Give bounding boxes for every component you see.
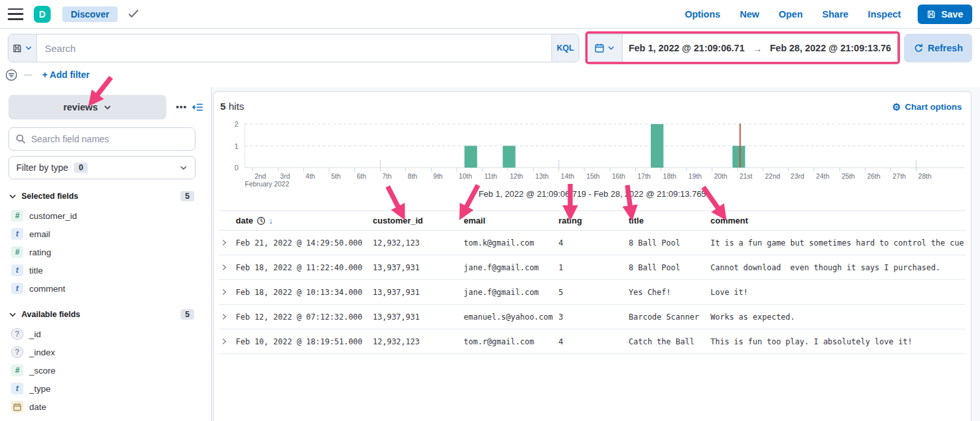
refresh-button[interactable]: Refresh [904, 34, 972, 62]
search-icon [16, 134, 26, 144]
table-cell: Feb 21, 2022 @ 14:29:50.000 [234, 231, 371, 255]
breadcrumb[interactable]: Discover [62, 6, 118, 22]
field-item-email[interactable]: temail [8, 225, 203, 243]
histogram-bar[interactable] [733, 146, 746, 168]
string-field-icon: t [11, 283, 23, 294]
table-row: Feb 18, 2022 @ 11:22:40.00013,937,931jan… [219, 255, 966, 280]
date-picker-calendar-button[interactable] [586, 34, 623, 62]
date-column-header[interactable]: date↓ [234, 211, 371, 231]
svg-text:27th: 27th [893, 172, 907, 180]
rating-column-header[interactable]: rating [557, 211, 627, 231]
field-name: customer_id [29, 211, 77, 221]
chart-options-button[interactable]: ⚙ Chart options [892, 102, 962, 112]
table-cell: 4 [557, 231, 627, 255]
histogram-bar[interactable] [651, 124, 664, 168]
saved-queries-button[interactable] [8, 34, 37, 62]
table-cell: jane.f@gmail.com [462, 255, 557, 280]
field-item-_id[interactable]: ?_id [8, 325, 203, 343]
kql-button[interactable]: KQL [551, 34, 579, 62]
field-name: _score [29, 366, 56, 376]
svg-text:9th: 9th [433, 172, 443, 180]
table-cell: Feb 12, 2022 @ 07:12:32.000 [234, 305, 371, 329]
number-field-icon: # [11, 210, 23, 222]
chevron-down-icon [103, 103, 112, 112]
svg-text:3rd: 3rd [280, 172, 290, 180]
expand-row-icon[interactable] [220, 263, 229, 272]
unknown-field-icon: ? [11, 328, 23, 340]
available-fields-header[interactable]: Available fields5 [8, 309, 203, 320]
email-column-header[interactable]: email [462, 211, 557, 231]
histogram-chart[interactable]: 0122nd3rd4th5th6th7th8th9th10th11th12th1… [216, 116, 970, 188]
field-name: comment [29, 284, 66, 294]
histogram-bar[interactable] [503, 146, 516, 168]
filter-by-type-label: Filter by type [16, 162, 68, 173]
saved-check-icon [128, 9, 139, 19]
expand-row-icon[interactable] [220, 337, 229, 346]
field-item-date[interactable]: date [8, 398, 203, 416]
nav-link-options[interactable]: Options [685, 9, 720, 19]
app-logo[interactable]: D [34, 6, 51, 23]
field-item-rating[interactable]: #rating [8, 243, 203, 261]
table-row: Feb 21, 2022 @ 14:29:50.00012,932,123tom… [219, 231, 966, 255]
expand-row-icon[interactable] [220, 288, 229, 296]
table-cell: emanuel.s@yahoo.com [462, 305, 557, 329]
customer_id-column-header[interactable]: customer_id [371, 211, 462, 231]
svg-text:4th: 4th [306, 172, 316, 180]
field-settings-icon[interactable] [176, 105, 186, 109]
nav-link-open[interactable]: Open [779, 9, 803, 19]
svg-text:17th: 17th [638, 172, 651, 180]
field-item-customer_id[interactable]: #customer_id [8, 207, 203, 225]
svg-text:2nd: 2nd [255, 172, 266, 180]
filter-menu-icon[interactable] [5, 69, 18, 81]
add-filter-button[interactable]: + Add filter [42, 70, 90, 80]
nav-link-share[interactable]: Share [822, 9, 848, 19]
table-cell: Barcode Scanner [627, 305, 709, 329]
collapse-sidebar-icon[interactable] [192, 102, 203, 112]
table-cell: tom.k@gmail.com [462, 231, 557, 255]
section-label: Available fields [21, 310, 81, 319]
save-button[interactable]: Save [918, 5, 972, 24]
table-cell: 13,937,931 [371, 305, 462, 329]
query-bar: KQL Feb 1, 2022 @ 21:09:06.71 → Feb 28, … [8, 34, 972, 62]
menu-icon[interactable] [8, 8, 23, 20]
svg-text:15th: 15th [586, 172, 600, 180]
svg-text:12th: 12th [510, 172, 523, 180]
svg-text:24th: 24th [816, 172, 830, 180]
filter-by-type-button[interactable]: Filter by type 0 [8, 156, 195, 179]
svg-text:22nd: 22nd [765, 172, 781, 180]
table-cell: 4 [557, 329, 627, 354]
histogram-bar[interactable] [464, 146, 477, 168]
svg-text:6th: 6th [357, 172, 366, 180]
field-count-badge: 5 [181, 191, 194, 201]
table-cell: It is a fun game but sometimes hard to c… [709, 231, 966, 255]
field-item-_score[interactable]: #_score [8, 361, 203, 379]
nav-link-new[interactable]: New [740, 9, 759, 19]
table-cell: 12,932,123 [371, 231, 462, 255]
field-item-comment[interactable]: tcomment [8, 279, 203, 298]
available-fields-list: ?_id?_index#_scoret_typedate [8, 320, 203, 416]
clock-icon [257, 216, 266, 225]
field-search-input[interactable] [8, 127, 195, 151]
field-item-_type[interactable]: t_type [8, 379, 203, 398]
comment-column-header[interactable]: comment [709, 211, 966, 231]
chart-options-label: Chart options [905, 102, 962, 112]
filter-divider [24, 75, 32, 75]
field-item-title[interactable]: ttitle [8, 261, 203, 279]
field-name: _index [29, 348, 55, 357]
index-pattern-selector[interactable]: reviews [8, 95, 166, 120]
table-row: Feb 10, 2022 @ 18:19:51.00012,932,123tom… [219, 329, 966, 354]
gear-icon: ⚙ [892, 102, 901, 112]
date-range-end[interactable]: Feb 28, 2022 @ 21:09:13.76 [770, 43, 891, 53]
date-range-start[interactable]: Feb 1, 2022 @ 21:09:06.71 [629, 43, 745, 53]
nav-link-inspect[interactable]: Inspect [868, 9, 901, 19]
field-item-_index[interactable]: ?_index [8, 343, 203, 361]
unknown-field-icon: ? [11, 346, 23, 358]
filter-bar: + Add filter [0, 62, 980, 87]
expand-row-icon[interactable] [220, 313, 229, 321]
expand-column-header [219, 211, 234, 231]
search-input[interactable] [37, 34, 551, 62]
sort-descending-icon[interactable]: ↓ [269, 216, 273, 225]
selected-fields-header[interactable]: Selected fields5 [8, 191, 203, 201]
title-column-header[interactable]: title [627, 211, 709, 231]
expand-row-icon[interactable] [220, 238, 229, 247]
